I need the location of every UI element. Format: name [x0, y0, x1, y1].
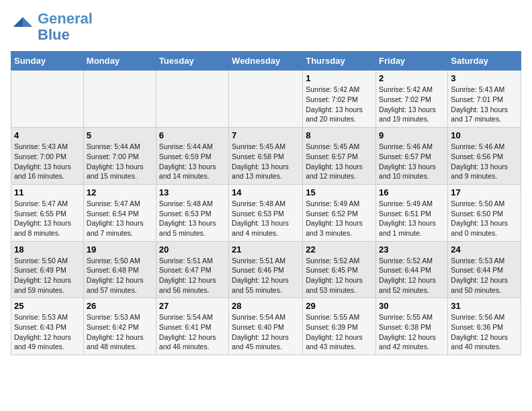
day-info: Sunrise: 5:46 AM Sunset: 6:57 PM Dayligh…: [379, 142, 445, 181]
calendar-cell: 4Sunrise: 5:43 AM Sunset: 7:00 PM Daylig…: [11, 128, 84, 185]
day-number: 7: [232, 130, 300, 140]
logo-icon: [11, 15, 35, 39]
calendar-cell: [229, 71, 303, 128]
day-number: 26: [87, 301, 153, 311]
calendar-cell: 1Sunrise: 5:42 AM Sunset: 7:02 PM Daylig…: [303, 71, 376, 128]
day-number: 27: [159, 301, 226, 311]
calendar-cell: [156, 71, 228, 128]
day-info: Sunrise: 5:44 AM Sunset: 7:00 PM Dayligh…: [87, 142, 153, 181]
calendar-cell: 10Sunrise: 5:46 AM Sunset: 6:56 PM Dayli…: [448, 128, 521, 185]
day-number: 16: [379, 187, 445, 197]
calendar-cell: 19Sunrise: 5:50 AM Sunset: 6:48 PM Dayli…: [83, 241, 156, 298]
day-info: Sunrise: 5:45 AM Sunset: 6:58 PM Dayligh…: [232, 142, 300, 181]
day-info: Sunrise: 5:49 AM Sunset: 6:51 PM Dayligh…: [379, 199, 445, 238]
day-number: 8: [306, 130, 373, 140]
day-number: 21: [232, 244, 300, 255]
day-number: 10: [451, 130, 518, 140]
day-of-week-tuesday: Tuesday: [156, 52, 228, 71]
day-number: 4: [14, 130, 81, 140]
calendar-cell: 31Sunrise: 5:56 AM Sunset: 6:36 PM Dayli…: [448, 298, 521, 355]
calendar-cell: 29Sunrise: 5:55 AM Sunset: 6:39 PM Dayli…: [303, 298, 376, 355]
day-number: 18: [14, 244, 81, 255]
day-of-week-wednesday: Wednesday: [229, 52, 303, 71]
day-info: Sunrise: 5:48 AM Sunset: 6:53 PM Dayligh…: [159, 199, 226, 238]
calendar-cell: 27Sunrise: 5:54 AM Sunset: 6:41 PM Dayli…: [156, 298, 228, 355]
calendar-week-2: 4Sunrise: 5:43 AM Sunset: 7:00 PM Daylig…: [11, 128, 521, 185]
day-info: Sunrise: 5:50 AM Sunset: 6:50 PM Dayligh…: [451, 199, 518, 238]
day-number: 12: [87, 187, 153, 197]
calendar-cell: 13Sunrise: 5:48 AM Sunset: 6:53 PM Dayli…: [156, 184, 228, 241]
calendar-cell: 5Sunrise: 5:44 AM Sunset: 7:00 PM Daylig…: [83, 128, 156, 185]
day-number: 23: [379, 244, 445, 255]
day-info: Sunrise: 5:54 AM Sunset: 6:40 PM Dayligh…: [232, 312, 300, 352]
calendar-cell: 17Sunrise: 5:50 AM Sunset: 6:50 PM Dayli…: [448, 184, 521, 241]
logo-text: General Blue: [38, 11, 93, 43]
svg-marker-0: [23, 17, 32, 27]
day-number: 19: [87, 244, 153, 255]
calendar-cell: 21Sunrise: 5:51 AM Sunset: 6:46 PM Dayli…: [229, 241, 303, 298]
day-number: 24: [451, 244, 518, 255]
svg-marker-1: [13, 17, 23, 27]
day-number: 5: [87, 130, 153, 140]
calendar-cell: 24Sunrise: 5:53 AM Sunset: 6:44 PM Dayli…: [448, 241, 521, 298]
calendar-cell: 6Sunrise: 5:44 AM Sunset: 6:59 PM Daylig…: [156, 128, 228, 185]
calendar-cell: 18Sunrise: 5:50 AM Sunset: 6:49 PM Dayli…: [11, 241, 84, 298]
day-of-week-friday: Friday: [376, 52, 448, 71]
calendar-cell: 25Sunrise: 5:53 AM Sunset: 6:43 PM Dayli…: [11, 298, 84, 355]
day-info: Sunrise: 5:53 AM Sunset: 6:44 PM Dayligh…: [451, 256, 518, 295]
day-number: 17: [451, 187, 518, 197]
day-info: Sunrise: 5:47 AM Sunset: 6:55 PM Dayligh…: [14, 199, 81, 238]
day-info: Sunrise: 5:52 AM Sunset: 6:44 PM Dayligh…: [379, 256, 445, 295]
day-number: 1: [306, 73, 373, 83]
day-of-week-thursday: Thursday: [303, 52, 376, 71]
calendar-cell: 28Sunrise: 5:54 AM Sunset: 6:40 PM Dayli…: [229, 298, 303, 355]
calendar-cell: 3Sunrise: 5:43 AM Sunset: 7:01 PM Daylig…: [448, 71, 521, 128]
day-number: 3: [451, 73, 518, 83]
day-info: Sunrise: 5:48 AM Sunset: 6:53 PM Dayligh…: [232, 199, 300, 238]
day-info: Sunrise: 5:53 AM Sunset: 6:43 PM Dayligh…: [14, 312, 81, 352]
calendar-cell: 20Sunrise: 5:51 AM Sunset: 6:47 PM Dayli…: [156, 241, 228, 298]
day-number: 15: [306, 187, 373, 197]
day-info: Sunrise: 5:51 AM Sunset: 6:47 PM Dayligh…: [159, 256, 226, 295]
day-number: 14: [232, 187, 300, 197]
day-info: Sunrise: 5:50 AM Sunset: 6:48 PM Dayligh…: [87, 256, 153, 295]
calendar-cell: [11, 71, 84, 128]
calendar-cell: 14Sunrise: 5:48 AM Sunset: 6:53 PM Dayli…: [229, 184, 303, 241]
day-number: 13: [159, 187, 226, 197]
day-info: Sunrise: 5:52 AM Sunset: 6:45 PM Dayligh…: [306, 256, 373, 295]
day-number: 11: [14, 187, 81, 197]
calendar-table: SundayMondayTuesdayWednesdayThursdayFrid…: [11, 51, 521, 355]
day-info: Sunrise: 5:53 AM Sunset: 6:42 PM Dayligh…: [87, 312, 153, 352]
calendar-cell: 12Sunrise: 5:47 AM Sunset: 6:54 PM Dayli…: [83, 184, 156, 241]
day-number: 25: [14, 301, 81, 311]
day-info: Sunrise: 5:44 AM Sunset: 6:59 PM Dayligh…: [159, 142, 226, 181]
calendar-cell: 9Sunrise: 5:46 AM Sunset: 6:57 PM Daylig…: [376, 128, 448, 185]
day-number: 29: [306, 301, 373, 311]
calendar-header: SundayMondayTuesdayWednesdayThursdayFrid…: [11, 52, 521, 71]
day-info: Sunrise: 5:42 AM Sunset: 7:02 PM Dayligh…: [306, 85, 373, 124]
calendar-cell: 26Sunrise: 5:53 AM Sunset: 6:42 PM Dayli…: [83, 298, 156, 355]
day-number: 22: [306, 244, 373, 255]
day-info: Sunrise: 5:56 AM Sunset: 6:36 PM Dayligh…: [451, 312, 518, 352]
calendar-week-3: 11Sunrise: 5:47 AM Sunset: 6:55 PM Dayli…: [11, 184, 521, 241]
day-number: 6: [159, 130, 226, 140]
day-info: Sunrise: 5:49 AM Sunset: 6:52 PM Dayligh…: [306, 199, 373, 238]
calendar-cell: 15Sunrise: 5:49 AM Sunset: 6:52 PM Dayli…: [303, 184, 376, 241]
calendar-week-5: 25Sunrise: 5:53 AM Sunset: 6:43 PM Dayli…: [11, 298, 521, 355]
day-of-week-monday: Monday: [83, 52, 156, 71]
day-info: Sunrise: 5:54 AM Sunset: 6:41 PM Dayligh…: [159, 312, 226, 352]
day-info: Sunrise: 5:55 AM Sunset: 6:38 PM Dayligh…: [379, 312, 445, 352]
day-number: 2: [379, 73, 445, 83]
page-header: General Blue: [11, 11, 521, 43]
day-info: Sunrise: 5:51 AM Sunset: 6:46 PM Dayligh…: [232, 256, 300, 295]
calendar-week-4: 18Sunrise: 5:50 AM Sunset: 6:49 PM Dayli…: [11, 241, 521, 298]
calendar-cell: 11Sunrise: 5:47 AM Sunset: 6:55 PM Dayli…: [11, 184, 84, 241]
day-info: Sunrise: 5:45 AM Sunset: 6:57 PM Dayligh…: [306, 142, 373, 181]
day-info: Sunrise: 5:47 AM Sunset: 6:54 PM Dayligh…: [87, 199, 153, 238]
calendar-cell: 30Sunrise: 5:55 AM Sunset: 6:38 PM Dayli…: [376, 298, 448, 355]
day-info: Sunrise: 5:50 AM Sunset: 6:49 PM Dayligh…: [14, 256, 81, 295]
day-number: 28: [232, 301, 300, 311]
day-number: 30: [379, 301, 445, 311]
day-info: Sunrise: 5:43 AM Sunset: 7:00 PM Dayligh…: [14, 142, 81, 181]
calendar-cell: [83, 71, 156, 128]
